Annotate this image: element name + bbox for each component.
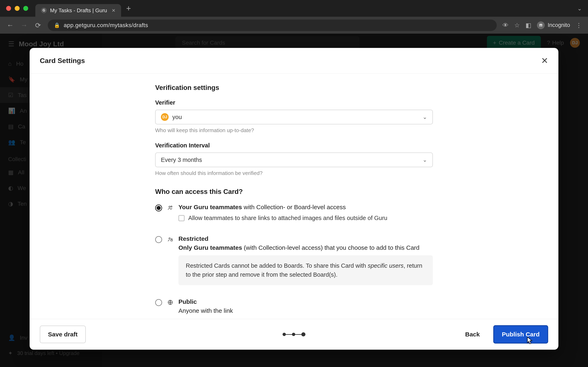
incognito-indicator[interactable]: Incognito [537, 21, 570, 29]
verification-section-title: Verification settings [155, 84, 433, 92]
step-dot [283, 333, 286, 336]
chevron-down-icon: ⌄ [423, 114, 427, 120]
svg-point-3 [171, 206, 172, 207]
step-line [295, 334, 301, 335]
url-text: app.getguru.com/mytasks/drafts [64, 22, 148, 29]
users-icon [167, 205, 173, 211]
verifier-select[interactable]: DJ you ⌄ [155, 110, 433, 124]
window-maximize-button[interactable] [23, 6, 28, 11]
step-line [286, 334, 292, 335]
reload-button[interactable]: ⟳ [34, 21, 42, 29]
window-close-button[interactable] [6, 6, 11, 11]
radio-restricted[interactable] [155, 236, 162, 243]
browser-tab[interactable]: G My Tasks - Drafts | Guru × [35, 4, 121, 17]
access-restricted-sub: Only Guru teammates (with Collection-lev… [178, 244, 433, 251]
url-input[interactable]: 🔒 app.getguru.com/mytasks/drafts [48, 20, 497, 31]
interval-label: Verification Interval [155, 142, 433, 149]
access-public-sub: Anyone with the link [178, 307, 433, 314]
svg-point-4 [169, 238, 170, 239]
tab-overflow-icon[interactable]: ⌄ [577, 5, 582, 12]
close-icon[interactable]: ✕ [541, 56, 548, 66]
back-button[interactable]: ← [6, 21, 14, 29]
interval-hint: How often should this information be ver… [155, 170, 433, 176]
lock-icon: 🔒 [54, 22, 60, 28]
star-icon[interactable]: ☆ [514, 22, 520, 29]
svg-point-2 [169, 206, 170, 208]
verifier-hint: Who will keep this information up-to-dat… [155, 127, 433, 133]
globe-icon [167, 299, 173, 306]
access-option-public[interactable]: Public Anyone with the link [155, 298, 433, 314]
interval-field: Verification Interval Every 3 months ⌄ H… [155, 142, 433, 176]
modal-body: Verification settings Verifier DJ you ⌄ … [30, 74, 558, 319]
modal-header: Card Settings ✕ [30, 48, 558, 74]
card-settings-modal: Card Settings ✕ Verification settings Ve… [30, 48, 558, 350]
access-teammates-label: Your Guru teammates with Collection- or … [178, 204, 433, 211]
access-option-restricted[interactable]: Restricted Only Guru teammates (with Col… [155, 235, 433, 292]
allow-share-option[interactable]: Allow teammates to share links to attach… [178, 215, 433, 221]
verifier-field: Verifier DJ you ⌄ Who will keep this inf… [155, 99, 433, 133]
svg-point-1 [541, 25, 542, 26]
access-public-label: Public [178, 298, 433, 305]
save-draft-button[interactable]: Save draft [40, 325, 86, 343]
new-tab-button[interactable]: + [126, 4, 131, 13]
incognito-icon [537, 21, 545, 29]
tab-bar: G My Tasks - Drafts | Guru × + ⌄ [0, 0, 588, 17]
access-option-teammates[interactable]: Your Guru teammates with Collection- or … [155, 204, 433, 230]
chevron-down-icon: ⌄ [423, 157, 427, 163]
verifier-avatar: DJ [161, 113, 169, 121]
browser-chrome: G My Tasks - Drafts | Guru × + ⌄ ← → ⟳ 🔒… [0, 0, 588, 34]
radio-teammates[interactable] [155, 205, 162, 211]
verifier-label: Verifier [155, 99, 433, 106]
extension-icon[interactable]: ◧ [526, 22, 531, 29]
publish-card-button[interactable]: Publish Card [493, 325, 548, 343]
kebab-menu-icon[interactable]: ⋮ [576, 22, 582, 29]
window-controls [6, 6, 28, 11]
tab-close-icon[interactable]: × [112, 7, 115, 14]
step-dot [292, 333, 295, 336]
address-bar: ← → ⟳ 🔒 app.getguru.com/mytasks/drafts 👁… [0, 17, 588, 34]
eye-off-icon[interactable]: 👁 [502, 22, 509, 29]
modal-overlay: Card Settings ✕ Verification settings Ve… [0, 34, 588, 367]
interval-select[interactable]: Every 3 months ⌄ [155, 152, 433, 167]
incognito-label: Incognito [548, 22, 570, 28]
modal-title: Card Settings [40, 57, 85, 65]
access-restricted-label: Restricted [178, 235, 433, 242]
tab-title: My Tasks - Drafts | Guru [50, 7, 108, 14]
svg-rect-5 [171, 240, 172, 241]
back-button[interactable]: Back [457, 326, 488, 343]
forward-button[interactable]: → [20, 21, 28, 29]
restricted-note: Restricted Cards cannot be added to Boar… [178, 255, 433, 285]
interval-value: Every 3 months [161, 157, 202, 163]
verifier-value: you [172, 114, 182, 120]
step-indicator [283, 332, 305, 336]
user-lock-icon [167, 236, 173, 243]
radio-public[interactable] [155, 299, 162, 306]
favicon: G [41, 8, 47, 13]
modal-footer: Save draft Back Publish Card [30, 319, 558, 350]
allow-share-checkbox[interactable] [178, 215, 185, 221]
svg-point-0 [539, 25, 541, 26]
allow-share-label: Allow teammates to share links to attach… [188, 215, 387, 221]
access-section-title: Who can access this Card? [155, 188, 433, 196]
step-dot-current [301, 332, 305, 336]
window-minimize-button[interactable] [15, 6, 20, 11]
